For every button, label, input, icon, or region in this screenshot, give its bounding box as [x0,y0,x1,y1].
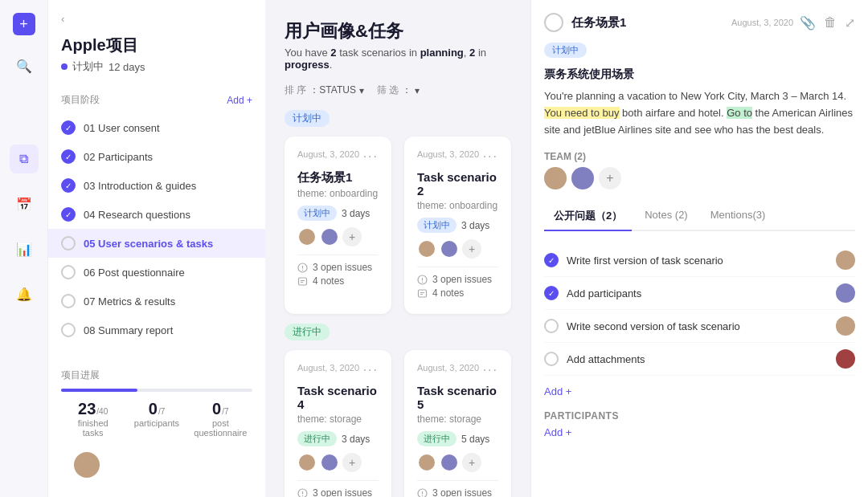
tab-mentions[interactable]: Mentions(3) [701,202,776,231]
paperclip-icon[interactable]: 📎 [800,15,816,31]
card-2-av1 [417,239,436,259]
card-planning-1[interactable]: August, 3, 2020 ··· 任务场景1 theme: onboard… [285,136,391,314]
card-5-av2 [440,453,459,472]
user-avatar [74,452,100,478]
issues-icon3 [297,488,308,498]
svg-point-7 [302,495,303,495]
card-2-issues: 3 open issues [417,274,498,285]
card-5-more-icon[interactable]: ··· [483,363,498,377]
task-check-4[interactable] [544,352,559,366]
card-planning-2[interactable]: August, 3, 2020 ··· Task scenario 2 them… [404,136,511,314]
task-item-4: Add attachments [544,343,855,376]
calendar-icon[interactable]: 📅 [10,189,39,218]
rp-title: 任务场景1 [571,15,626,31]
main-subtitle: You have 2 task scenarios in planning, 2… [285,47,511,71]
card-4-av-add[interactable]: + [342,453,362,472]
card-5-title: Task scenario 5 [417,384,498,411]
rp-task-circle [544,13,563,32]
card-5-date-row: August, 3, 2020 ··· [417,363,498,377]
card-4-more-icon[interactable]: ··· [363,363,379,377]
sort-button[interactable]: 排 序 ：STATUS ▾ [285,84,364,97]
task-item-2: Add participants [544,277,855,310]
check-02 [61,149,76,164]
card-1-notes-text: 4 notes [313,275,344,287]
team-av1 [544,167,567,189]
participants-add-button[interactable]: Add + [544,426,855,438]
card-5-av-add[interactable]: + [462,453,481,472]
svg-point-1 [302,269,303,270]
check-06 [61,265,76,279]
team-add-button[interactable]: + [599,167,621,189]
search-icon[interactable]: 🔍 [10,51,39,80]
task-check-3[interactable] [544,319,559,333]
card-1-date-row: August, 3, 2020 ··· [297,149,379,164]
card-4-av2 [320,453,339,472]
nav-item-05[interactable]: 05 User scenarios & tasks [48,229,265,258]
svg-rect-2 [299,278,307,285]
card-progress-2[interactable]: August, 3, 2020 ··· Task scenario 5 them… [404,350,511,497]
nav-item-02[interactable]: 02 Participants [48,142,265,171]
rp-section-title: 票务系统使用场景 [544,67,855,82]
card-1-av-add[interactable]: + [342,227,362,246]
add-phase-link[interactable]: Add + [227,95,252,106]
rp-tag-badge: 计划中 [544,43,587,58]
card-2-footer: 3 open issues 4 notes [417,267,498,299]
copy-icon[interactable]: ⧉ [10,145,39,173]
stat-finished-sub: /40 [96,407,108,416]
tab-public-issues[interactable]: 公开问题（2） [544,202,632,231]
task-av-1 [836,251,855,270]
card-5-theme: theme: storage [417,413,498,425]
card-progress-1[interactable]: August, 3, 2020 ··· Task scenario 4 them… [285,350,391,497]
section-header: 项目阶段 Add + [48,87,265,113]
back-button[interactable]: ‹ [61,13,64,25]
stat-participants-value: 0 [149,400,158,418]
tabs-row: 公开问题（2） Notes (2) Mentions(3) [544,202,855,231]
chart-icon[interactable]: 📊 [10,234,39,263]
nav-item-01[interactable]: 01 User consent [48,113,265,142]
expand-icon[interactable]: ⤢ [845,15,855,31]
bell-icon[interactable]: 🔔 [10,279,39,308]
nav-label-01: 01 User consent [84,122,160,134]
rp-actions: 📎 🗑 ⤢ [800,15,855,31]
nav-item-03[interactable]: 03 Introduction & guides [48,171,265,200]
nav-item-06[interactable]: 06 Post questionnaire [48,258,265,287]
svg-point-10 [422,495,423,495]
card-2-title: Task scenario 2 [417,170,498,198]
add-task-button[interactable]: Add + [544,385,855,397]
nav-label-04: 04 Research questions [84,209,190,221]
filter-button[interactable]: 筛 选 ： ▾ [377,84,420,97]
card-2-status-badge: 计划中 [417,218,457,233]
task-check-1[interactable] [544,253,559,267]
card-2-more-icon[interactable]: ··· [483,149,498,164]
task-check-2[interactable] [544,286,559,300]
card-4-status-badge: 进行中 [297,431,337,446]
nav-label-06: 06 Post questionnaire [84,267,185,279]
tab-notes[interactable]: Notes (2) [635,202,697,231]
nav-item-04[interactable]: 04 Research questions [48,200,265,229]
participants-label: PARTICIPANTS [544,410,855,422]
issues-icon2 [417,275,428,285]
issues-icon4 [417,488,428,498]
card-2-notes: 4 notes [417,287,498,299]
nav-item-08[interactable]: 08 Summary report [48,316,265,344]
nav-items: 01 User consent 02 Participants 03 Intro… [48,113,265,359]
nav-item-07[interactable]: 07 Metrics & results [48,287,265,316]
card-2-issues-text: 3 open issues [432,274,492,285]
filter-chevron-icon: ▾ [415,85,420,96]
stat-participants: 0 /7 participants [125,400,188,438]
check-01 [61,120,76,135]
card-2-av-add[interactable]: + [462,239,481,259]
toolbar: 排 序 ：STATUS ▾ 筛 选 ： ▾ [285,84,511,97]
card-1-more-icon[interactable]: ··· [363,149,379,164]
card-1-theme: theme: onboarding [297,188,379,199]
card-1-avatars: + [297,227,379,246]
project-days: 12 days [108,61,145,73]
add-button[interactable]: + [13,13,35,35]
progress-section: 项目进展 23 /40 finishedtasks 0 /7 participa… [48,359,265,484]
trash-icon[interactable]: 🗑 [824,15,837,31]
sidebar: ‹ Apple项目 计划中 12 days 项目阶段 Add + 01 User… [48,0,265,497]
sort-value: ：STATUS [309,84,356,97]
card-5-days: 5 days [461,434,489,445]
check-07 [61,294,76,308]
card-1-status-row: 计划中 3 days [297,206,379,221]
